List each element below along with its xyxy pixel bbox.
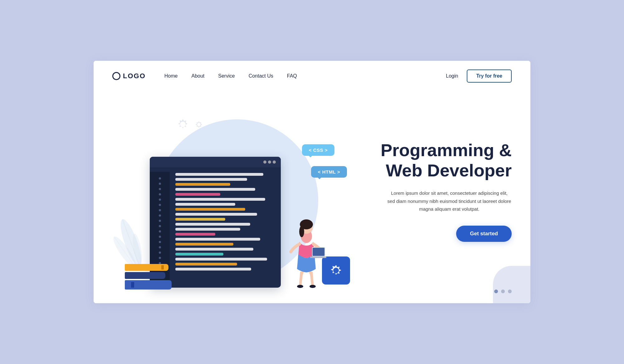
try-for-free-button[interactable]: Try for free <box>467 69 512 83</box>
gear-large-icon <box>175 116 191 132</box>
code-line <box>175 228 240 231</box>
code-dot <box>159 183 161 185</box>
book-orange <box>125 264 168 271</box>
dot-3[interactable] <box>508 290 512 293</box>
gear-small-icon <box>193 119 204 130</box>
dot-1[interactable] <box>494 290 498 293</box>
code-dot <box>159 236 161 238</box>
hero-title-line1: Programming & <box>381 140 512 160</box>
code-line <box>175 268 251 271</box>
hero-illustration: < CSS > < HTML > <box>94 101 347 300</box>
code-dot <box>159 177 161 180</box>
html-bubble: < HTML > <box>311 166 347 178</box>
code-line <box>175 178 247 181</box>
code-line <box>175 218 225 221</box>
code-dot <box>159 230 161 232</box>
book-dark <box>125 272 165 279</box>
code-line <box>175 223 250 226</box>
html-bubble-text: < HTML > <box>318 169 340 175</box>
hero-section: < CSS > < HTML > <box>94 91 530 303</box>
book-blue <box>125 280 172 290</box>
css-bubble: < CSS > <box>302 144 334 156</box>
nav-about[interactable]: About <box>191 73 204 79</box>
code-dot <box>159 220 161 222</box>
code-dot <box>159 257 161 259</box>
svg-rect-12 <box>313 248 324 256</box>
code-line <box>175 198 265 201</box>
nav-contact[interactable]: Contact Us <box>249 73 273 79</box>
window-dot-1 <box>263 160 266 164</box>
gear-container <box>175 116 204 132</box>
css-bubble-text: < CSS > <box>309 147 328 153</box>
window-dot-3 <box>273 160 276 164</box>
code-dot <box>159 246 161 248</box>
code-line <box>175 188 255 191</box>
code-line <box>175 193 220 196</box>
code-dot <box>159 225 161 227</box>
code-line <box>175 208 245 211</box>
code-line <box>175 248 253 251</box>
window-dot-2 <box>268 160 271 164</box>
code-line <box>175 263 237 266</box>
svg-point-8 <box>299 226 304 237</box>
code-dot <box>159 209 161 211</box>
woman-figure-illustration <box>285 214 328 289</box>
code-dot <box>159 204 161 206</box>
nav-home[interactable]: Home <box>164 73 178 79</box>
navbar: LOGO Home About Service Contact Us FAQ L… <box>94 61 530 91</box>
dot-2[interactable] <box>501 290 505 293</box>
code-line <box>175 183 230 186</box>
page-wrapper: LOGO Home About Service Contact Us FAQ L… <box>94 61 530 303</box>
hero-content: Programming & Web Developer Lorem ipsum … <box>347 140 530 260</box>
code-line <box>175 258 267 261</box>
code-dot <box>159 251 161 254</box>
code-line <box>175 213 257 216</box>
hero-title-line2: Web Developer <box>386 160 512 180</box>
code-window-header <box>150 157 281 167</box>
code-line <box>175 253 223 256</box>
logo-text: LOGO <box>123 72 146 80</box>
hero-description: Lorem ipsum dolor sit amet, consectetuer… <box>387 189 512 213</box>
nav-service[interactable]: Service <box>218 73 235 79</box>
logo-circle-icon <box>112 72 120 80</box>
hero-title: Programming & Web Developer <box>381 140 512 180</box>
code-line <box>175 238 260 241</box>
corner-decoration <box>493 266 530 303</box>
books-decoration <box>125 264 172 291</box>
nav-right: Login Try for free <box>446 69 512 83</box>
login-link[interactable]: Login <box>446 73 458 79</box>
code-dot <box>159 199 161 201</box>
code-line <box>175 203 235 206</box>
svg-rect-13 <box>310 256 326 258</box>
gear-cube-icon <box>328 262 344 279</box>
code-dot <box>159 193 161 195</box>
code-dot-row <box>159 177 161 264</box>
code-dot <box>159 214 161 217</box>
dots-indicator <box>494 290 512 293</box>
code-dot <box>159 188 161 190</box>
nav-links: Home About Service Contact Us FAQ <box>164 73 446 79</box>
code-line <box>175 243 233 246</box>
code-line <box>175 173 263 176</box>
code-lines-area <box>170 167 281 276</box>
svg-point-10 <box>310 285 316 288</box>
logo[interactable]: LOGO <box>112 72 146 80</box>
nav-faq[interactable]: FAQ <box>287 73 297 79</box>
code-dot <box>159 241 161 243</box>
svg-point-9 <box>297 285 303 288</box>
get-started-button[interactable]: Get started <box>456 226 512 242</box>
code-line <box>175 233 215 236</box>
